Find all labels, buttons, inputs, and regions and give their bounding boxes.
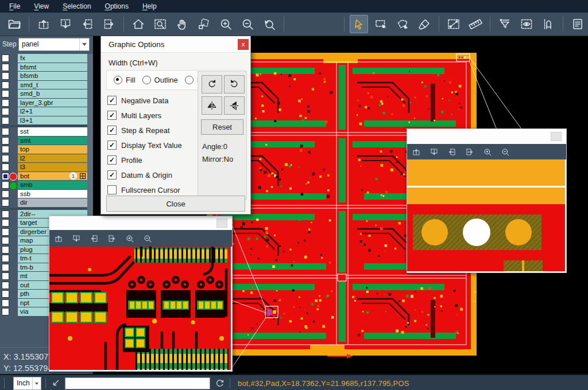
rect-select-button[interactable] [372,15,390,33]
layer-row-l2+1[interactable]: l2+1 [0,107,87,116]
layer-row-smd_b[interactable]: smd_b [0,89,87,99]
select-arrow-button[interactable] [350,15,368,33]
layer-visibility-checkbox[interactable] [2,137,9,145]
step-left-button[interactable] [446,146,458,158]
zoom-window-button[interactable] [151,15,169,33]
step-up-button[interactable] [53,233,64,244]
layer-label[interactable]: top [18,145,87,154]
layer-label[interactable]: l2 [18,154,87,163]
checkbox-profile[interactable]: ✓Profile [107,153,197,167]
layer-row-bfsmb[interactable]: bfsmb [0,72,87,81]
layer-label[interactable]: l2+1 [18,107,87,116]
layer-row-sst[interactable]: sst [0,127,87,136]
step-up-button[interactable] [34,15,53,33]
layer-label[interactable]: fx [18,54,87,63]
layer-label[interactable]: ssb [18,190,87,199]
step-right-button[interactable] [100,15,118,33]
magnifier-window-bottom[interactable] [49,216,233,372]
close-icon[interactable]: x [238,39,249,50]
magnifier-view[interactable] [49,247,232,370]
layer-visibility-checkbox[interactable] [2,99,9,107]
layer-visibility-checkbox[interactable] [2,290,9,298]
layer-label[interactable]: smt [18,136,87,146]
step-up-button[interactable] [411,146,422,158]
layer-label[interactable]: smb [18,181,87,190]
layer-visibility-checkbox[interactable] [2,219,9,227]
layer-row-top[interactable]: top [0,145,87,154]
rotate-ccw-button[interactable] [224,75,245,93]
pick-point-icon[interactable] [51,379,60,388]
menu-file[interactable]: File [3,1,26,11]
layer-label[interactable]: l3+1 [18,116,87,126]
zoom-out-button[interactable] [500,146,511,158]
layer-label[interactable]: layer_3.gbr [18,99,87,108]
layer-row-l3[interactable]: l3 [0,163,87,172]
layer-visibility-checkbox[interactable] [2,117,9,124]
layer-visibility-checkbox[interactable] [2,128,9,135]
magnifier-title-bar[interactable] [49,216,232,230]
snap-magnet-button[interactable] [539,15,558,33]
step-down-button[interactable] [428,146,440,158]
layer-visibility-checkbox[interactable] [2,155,9,162]
layer-label[interactable]: sst [18,127,87,136]
menu-help[interactable]: Help [137,1,163,11]
layer-visibility-checkbox[interactable] [2,246,9,253]
step-left-button[interactable] [78,15,96,33]
menu-view[interactable]: View [28,1,55,11]
layer-visibility-checkbox[interactable] [2,228,9,236]
checkbox-multi-layers[interactable]: ✓Multi Layers [107,108,197,123]
layer-label[interactable]: bot1 [18,172,87,181]
layer-visibility-checkbox[interactable] [2,54,9,62]
layer-label[interactable]: l3 [18,163,87,172]
pan-hand-button[interactable] [173,15,191,33]
radio-fill[interactable]: Fill [114,76,136,84]
layer-label[interactable]: dir [18,198,87,208]
layer-visibility-checkbox[interactable] [2,90,9,98]
menu-options[interactable]: Options [99,1,134,11]
step-dropdown[interactable]: panel [18,38,90,51]
zoom-out-button[interactable] [238,15,257,33]
layer-visibility-checkbox[interactable] [2,64,9,71]
open-folder-button[interactable] [5,15,24,33]
layer-row-l2[interactable]: l2 [0,154,87,163]
layer-row-ssb[interactable]: ssb [0,190,87,199]
view-options-button[interactable] [517,15,536,33]
layer-row-layer_3.gbr[interactable]: layer_3.gbr [0,99,87,108]
magnifier-view[interactable] [407,159,566,271]
layer-label[interactable]: bfsmt [18,63,87,72]
zoom-in-button[interactable] [482,146,493,158]
refresh-icon[interactable] [215,379,225,388]
home-button[interactable] [129,15,148,33]
radio-outline[interactable]: Outline [142,76,178,84]
measure-distance-button[interactable] [444,15,463,33]
window-button[interactable] [551,132,562,141]
close-button[interactable]: Close [106,196,245,212]
command-input[interactable] [65,377,210,389]
layer-visibility-checkbox[interactable] [2,173,9,180]
zoom-out-button[interactable] [142,233,153,244]
layer-row-smt[interactable]: smt [0,136,87,146]
magnifier-title-bar[interactable] [407,129,566,144]
layer-visibility-checkbox[interactable] [2,264,9,271]
layer-row-smb[interactable]: smb [0,181,87,190]
step-down-button[interactable] [71,233,82,244]
checkbox-datum-origin[interactable]: ✓Datum & Origin [107,167,197,182]
chevron-down-icon[interactable] [79,38,89,50]
unit-dropdown[interactable]: Inch [13,377,41,390]
layer-row-fx[interactable]: fx [0,54,87,63]
layer-visibility-checkbox[interactable] [2,272,9,280]
layer-visibility-checkbox[interactable] [2,146,9,153]
layer-row-bfsmt[interactable]: bfsmt [0,63,87,72]
layer-visibility-checkbox[interactable] [2,190,9,198]
layer-label[interactable]: smd_b [18,89,87,99]
layer-visibility-checkbox[interactable] [2,237,9,244]
reset-button[interactable]: Reset [201,119,243,135]
filter-button[interactable] [496,15,514,33]
poly-select-button[interactable] [393,15,412,33]
magnifier-window-right[interactable] [407,128,567,273]
report-button[interactable] [568,15,587,33]
step-down-button[interactable] [56,15,75,33]
step-left-button[interactable] [88,233,100,244]
layer-row-dir[interactable]: dir [0,198,87,208]
layer-visibility-checkbox[interactable] [2,108,9,115]
